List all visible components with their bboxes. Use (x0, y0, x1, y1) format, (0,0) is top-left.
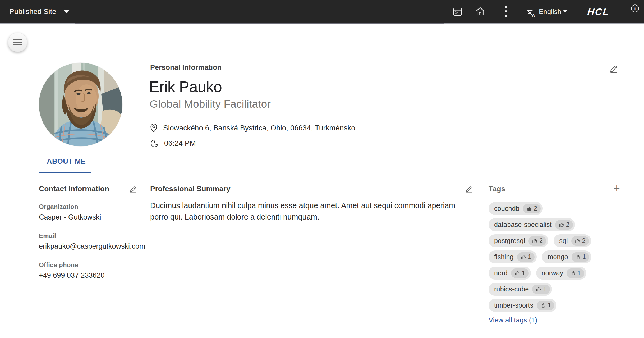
tag-pill[interactable]: postgresql 2 (489, 234, 548, 247)
home-icon (475, 6, 485, 16)
panel-window-icon (453, 7, 463, 17)
kebab-dot (505, 6, 507, 8)
thumbs-up-icon (570, 270, 576, 276)
thumbs-up-icon (559, 222, 564, 227)
tag-label: fishing (494, 253, 514, 261)
edit-contact-information-button[interactable] (129, 185, 137, 193)
address-row: Slowackého 6, Banská Bystrica, Ohio, 066… (150, 122, 355, 134)
tag-like-count: 1 (577, 270, 581, 277)
tag-like-button[interactable]: 1 (572, 252, 589, 262)
tag-like-button[interactable]: 2 (555, 220, 573, 230)
horizontal-scrollbar[interactable] (0, 23, 644, 24)
tag-pill[interactable]: norway 1 (536, 267, 587, 280)
chevron-down-icon (64, 10, 70, 13)
tag-label: sql (559, 237, 568, 245)
tag-label: timber-sports (494, 302, 533, 309)
tag-pill[interactable]: fishing 1 (489, 250, 537, 263)
edit-personal-information-button[interactable] (609, 63, 619, 73)
kebab-dot (505, 10, 507, 12)
thumbs-up-icon (536, 286, 541, 292)
add-tag-button[interactable]: + (613, 185, 620, 192)
professional-summary-section: Professional Summary Ducimus laudantium … (150, 185, 473, 223)
info-button[interactable]: i (630, 4, 640, 13)
tag-like-button[interactable]: 1 (567, 268, 584, 278)
person-job-title: Global Mobility Facilitator (150, 98, 271, 110)
hcl-logo: HCL (587, 6, 610, 17)
tab-active-indicator (39, 172, 91, 173)
site-selector[interactable]: Published Site (10, 0, 70, 23)
edit-pencil-icon (465, 185, 473, 193)
contact-information-section: Contact Information Organization Casper … (39, 185, 137, 286)
tags-section: Tags + couchdb 2 database-specialist (489, 185, 620, 324)
thumbs-up-filled-icon (526, 206, 532, 211)
tab-divider (39, 173, 619, 173)
tag-pill[interactable]: rubics-cube 1 (489, 283, 552, 296)
top-bar: Published Site (0, 0, 644, 23)
contact-field-label: Office phone (39, 261, 137, 269)
tags-heading: Tags (489, 185, 505, 193)
tag-label: norway (542, 269, 563, 277)
tag-label: database-specialist (494, 221, 552, 229)
site-selector-label: Published Site (10, 8, 56, 16)
app-panel-icon[interactable] (453, 7, 463, 17)
location-pin-icon (150, 124, 157, 133)
thumbs-up-icon (575, 238, 580, 244)
info-icon: i (630, 4, 640, 13)
menu-button[interactable] (8, 33, 27, 52)
professional-summary-text: Ducimus laudantium nihil culpa minus ess… (150, 200, 473, 223)
contact-field-label: Email (39, 232, 137, 240)
language-selector[interactable]: English (539, 0, 561, 23)
language-selector-icon[interactable]: A (527, 8, 537, 18)
avatar (39, 63, 122, 146)
contact-field: Organization Casper - Gutkowski (39, 199, 137, 228)
tag-pill[interactable]: database-specialist 2 (489, 218, 575, 231)
tag-like-button[interactable]: 2 (523, 204, 541, 213)
tag-pill[interactable]: timber-sports 1 (489, 299, 556, 312)
personal-information-title: Personal Information (150, 63, 222, 72)
svg-text:A: A (532, 13, 535, 18)
edit-professional-summary-button[interactable] (465, 185, 473, 193)
tag-label: mongo (548, 253, 568, 261)
tag-pill[interactable]: couchdb 2 (489, 202, 543, 215)
contact-field-value: +49 699 037 233620 (39, 271, 137, 280)
thumbs-up-icon (575, 254, 581, 260)
local-time-text: 06:24 PM (164, 139, 196, 148)
tag-pill[interactable]: nerd 1 (489, 267, 531, 280)
contact-field-value: erikpauko@caspergutkowski.com (39, 242, 137, 250)
kebab-dot (505, 15, 507, 17)
professional-summary-heading: Professional Summary (150, 185, 230, 193)
tag-like-button[interactable]: 1 (532, 285, 550, 294)
tag-like-count: 2 (566, 221, 569, 228)
language-chevron[interactable] (563, 10, 567, 13)
hamburger-icon (13, 39, 22, 45)
contact-field: Email erikpauko@caspergutkowski.com (39, 228, 137, 257)
local-time-row: 06:24 PM (150, 138, 196, 149)
tag-like-count: 1 (522, 270, 525, 277)
more-options-button[interactable] (505, 6, 507, 17)
tag-like-button[interactable]: 1 (537, 301, 554, 310)
contact-field: Office phone +49 699 037 233620 (39, 257, 137, 286)
translate-icon: A (527, 8, 537, 18)
tag-like-count: 1 (548, 302, 551, 309)
scrollbar-thumb[interactable] (75, 23, 444, 24)
profile-photo (39, 63, 122, 146)
home-button[interactable] (475, 6, 485, 16)
tag-like-count: 1 (528, 253, 531, 261)
tag-pill[interactable]: sql 2 (554, 234, 591, 247)
contact-field-value: Casper - Gutkowski (39, 213, 137, 221)
tag-like-count: 2 (539, 237, 543, 244)
tag-list: couchdb 2 database-specialist 2 (489, 202, 620, 312)
tag-pill[interactable]: mongo 1 (542, 250, 591, 263)
tag-like-count: 2 (582, 237, 586, 244)
tag-like-button[interactable]: 2 (571, 236, 589, 246)
tag-like-button[interactable]: 1 (517, 252, 535, 262)
tag-like-button[interactable]: 2 (528, 236, 546, 246)
view-all-tags-link[interactable]: View all tags (1) (489, 316, 537, 324)
thumbs-up-icon (514, 270, 520, 276)
tag-label: postgresql (494, 237, 525, 245)
moon-icon (150, 139, 158, 148)
thumbs-up-icon (540, 303, 546, 308)
tab-about-me[interactable]: ABOUT ME (39, 156, 94, 167)
tag-like-button[interactable]: 1 (511, 268, 529, 278)
person-name: Erik Pauko (149, 78, 222, 95)
